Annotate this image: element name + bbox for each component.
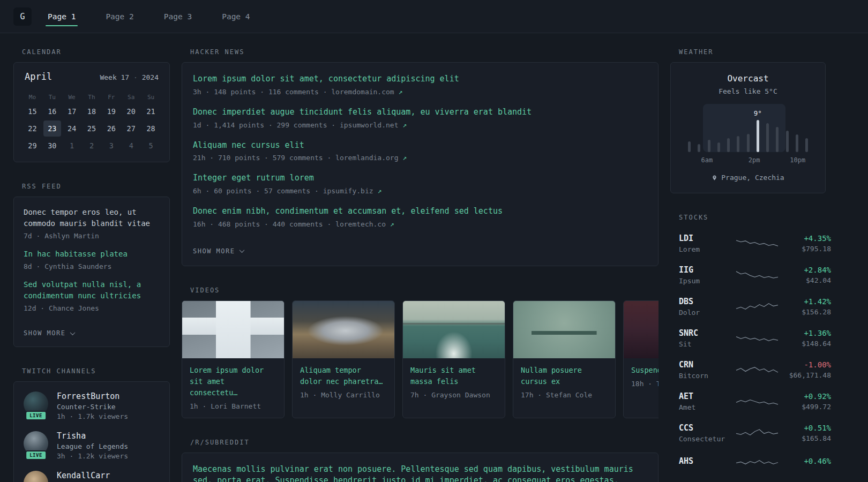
- hackernews-card: Lorem ipsum dolor sit amet, consectetur …: [182, 62, 659, 266]
- rss-item: In hac habitasse platea 8d · Cynthia Sau…: [24, 248, 160, 270]
- chevron-down-icon: [70, 330, 75, 335]
- calendar-day: 1: [63, 138, 81, 154]
- hn-item-title[interactable]: Donec imperdiet augue tincidunt felis al…: [193, 107, 647, 118]
- temp-bar: [688, 141, 691, 152]
- widget-title-weather: WEATHER: [679, 48, 826, 56]
- rss-item-title[interactable]: Donec tempor eros leo, ut commodo mauris…: [24, 207, 160, 229]
- video-title[interactable]: Aliquam tempor dolor nec pharetra…: [300, 365, 387, 387]
- rss-item-meta: 8d · Cynthia Saunders: [24, 262, 160, 270]
- stock-row[interactable]: AETAmet +0.92%$499.72: [670, 386, 826, 417]
- stock-price: $795.18: [780, 245, 831, 253]
- external-link-icon[interactable]: ↗: [402, 154, 407, 162]
- stock-change: +2.84%: [780, 266, 831, 274]
- rss-show-more-button[interactable]: SHOW MORE: [24, 329, 74, 337]
- tab-label: Page 1: [48, 12, 76, 21]
- location-pin-icon: [712, 174, 717, 182]
- reddit-post-title[interactable]: Maecenas mollis pulvinar erat non posuer…: [193, 464, 647, 482]
- video-thumbnail[interactable]: [182, 301, 284, 358]
- calendar-day: 29: [24, 138, 41, 154]
- stock-change: +0.51%: [780, 424, 831, 432]
- calendar-day: 15: [24, 103, 41, 119]
- twitch-widget: TWITCH CHANNELS LIVE ForrestBurton Count…: [13, 367, 170, 482]
- stock-change: -1.00%: [780, 360, 831, 369]
- calendar-day: 25: [83, 120, 101, 137]
- video-thumbnail[interactable]: [624, 301, 659, 358]
- widget-title-rss: RSS FEED: [22, 183, 170, 190]
- rss-item-meta: 7d · Ashlyn Martin: [24, 232, 160, 240]
- stock-row[interactable]: AHS +0.46%: [670, 449, 826, 476]
- video-card[interactable]: Nullam posuere cursus ex 17h · Stefan Co…: [513, 300, 616, 418]
- video-card[interactable]: Aliquam tempor dolor nec pharetra… 1h · …: [292, 300, 395, 418]
- video-thumbnail[interactable]: [293, 301, 394, 358]
- stock-name: Bitcorn: [679, 372, 735, 380]
- external-link-icon[interactable]: ↗: [377, 187, 381, 195]
- weather-location[interactable]: Prague, Czechia: [712, 174, 784, 182]
- video-title[interactable]: Suspendisse diam: [631, 365, 659, 376]
- stock-ticker: SNRC: [679, 328, 735, 338]
- hn-item-title[interactable]: Aliquam nec cursus elit: [193, 140, 647, 152]
- calendar-week-label: Week 17 · 2024: [100, 73, 159, 81]
- sparkline-chart: [735, 362, 780, 377]
- stock-row[interactable]: DBSDolor +1.42%$156.28: [670, 291, 826, 322]
- video-title[interactable]: Lorem ipsum dolor sit amet consectetu…: [190, 365, 276, 398]
- video-title[interactable]: Mauris sit amet massa felis: [410, 365, 497, 387]
- video-title[interactable]: Nullam posuere cursus ex: [521, 365, 608, 387]
- tab-page-3[interactable]: Page 3: [162, 0, 194, 33]
- reddit-post: Maecenas mollis pulvinar erat non posuer…: [193, 464, 647, 482]
- channel-name: ForrestBurton: [57, 391, 128, 401]
- hn-item-meta: 3h · 148 points · 116 comments · loremdo…: [193, 88, 647, 96]
- stock-price: $66,171.48: [780, 371, 831, 379]
- stock-row[interactable]: SNRCSit +1.36%$148.64: [670, 322, 826, 354]
- stock-name: Ipsum: [679, 277, 735, 285]
- tab-page-4[interactable]: Page 4: [220, 0, 252, 33]
- show-more-label: SHOW MORE: [24, 329, 66, 337]
- external-link-icon[interactable]: ↗: [390, 220, 394, 228]
- video-card[interactable]: Suspendisse diam 18h · Tara: [623, 300, 659, 418]
- hn-show-more-button[interactable]: SHOW MORE: [193, 247, 244, 255]
- reddit-card: Maecenas mollis pulvinar erat non posuer…: [182, 453, 659, 482]
- weather-widget: WEATHER Overcast Feels like 5°C 9° 6am 2…: [670, 48, 826, 193]
- video-card[interactable]: Mauris sit amet massa felis 7h · Grayson…: [402, 300, 505, 418]
- external-link-icon[interactable]: ↗: [399, 88, 403, 96]
- stock-ticker: IIG: [679, 265, 735, 275]
- calendar-dow-label: Th: [82, 92, 102, 103]
- calendar-day-headers: MoTuWeThFrSaSu: [23, 92, 161, 103]
- stock-row[interactable]: CRNBitcorn -1.00%$66,171.48: [670, 354, 826, 386]
- twitch-channel-row[interactable]: LIVE ForrestBurton Counter-Strike 1h · 1…: [24, 391, 160, 420]
- tab-page-2[interactable]: Page 2: [103, 0, 136, 33]
- stock-ticker: AHS: [679, 456, 735, 466]
- calendar-day: 3: [102, 138, 120, 154]
- temp-bar: [737, 136, 739, 152]
- live-badge: LIVE: [25, 411, 47, 420]
- calendar-dow-label: Sa: [121, 92, 141, 103]
- stock-row[interactable]: IIGIpsum +2.84%$42.04: [670, 259, 826, 291]
- rss-item-title[interactable]: Sed volutpat nulla nisl, a condimentum n…: [24, 279, 160, 302]
- hn-item-title[interactable]: Donec enim nibh, condimentum et accumsan…: [193, 206, 647, 217]
- channel-avatar: [24, 471, 48, 482]
- hn-item-title[interactable]: Lorem ipsum dolor sit amet, consectetur …: [193, 73, 647, 85]
- twitch-channel-row[interactable]: LIVE Trisha League of Legends 3h · 1.2k …: [24, 431, 160, 460]
- stock-price: $42.04: [780, 276, 831, 284]
- calendar-card: April Week 17 · 2024 MoTuWeThFrSaSu 1516…: [13, 62, 170, 162]
- stock-ticker: DBS: [679, 297, 735, 306]
- stock-change: +1.36%: [780, 329, 831, 337]
- app-logo[interactable]: G: [13, 7, 32, 26]
- stock-row[interactable]: LDILorem +4.35%$795.18: [670, 228, 826, 259]
- tab-page-1[interactable]: Page 1: [46, 0, 78, 33]
- twitch-channel-row[interactable]: KendallCarr: [24, 471, 160, 482]
- stock-row[interactable]: CCSConsectetur +0.51%$165.84: [670, 417, 826, 449]
- show-more-label: SHOW MORE: [193, 247, 235, 255]
- stock-name: Lorem: [679, 245, 735, 253]
- calendar-day: 21: [142, 103, 160, 119]
- video-card[interactable]: Lorem ipsum dolor sit amet consectetu… 1…: [182, 300, 285, 418]
- rss-item-title[interactable]: In hac habitasse platea: [24, 248, 160, 260]
- video-thumbnail[interactable]: [403, 301, 505, 358]
- video-thumbnail[interactable]: [513, 301, 615, 358]
- hn-item-title[interactable]: Integer eget rutrum lorem: [193, 172, 647, 184]
- calendar-dow-label: Su: [141, 92, 161, 103]
- external-link-icon[interactable]: ↗: [402, 121, 407, 129]
- channel-game: League of Legends: [57, 442, 128, 450]
- stock-price: $156.28: [780, 308, 831, 316]
- sparkline-chart: [735, 394, 780, 409]
- rss-card: Donec tempor eros leo, ut commodo mauris…: [13, 197, 170, 347]
